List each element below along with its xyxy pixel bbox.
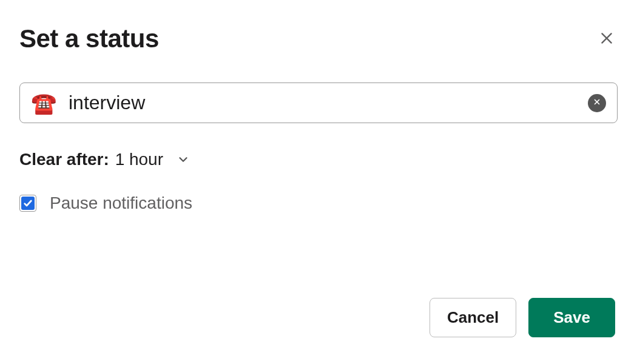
close-button[interactable] (596, 28, 618, 50)
clear-status-button[interactable] (588, 94, 606, 112)
dialog-header: Set a status (19, 24, 618, 53)
status-emoji-icon[interactable]: ☎️ (31, 93, 56, 113)
pause-notifications-label: Pause notifications (50, 194, 192, 213)
pause-notifications-checkbox[interactable] (19, 195, 36, 212)
clear-after-dropdown[interactable]: Clear after: 1 hour (19, 150, 618, 169)
save-button[interactable]: Save (528, 298, 615, 337)
pause-notifications-row: Pause notifications (19, 194, 618, 213)
clear-after-value: 1 hour (115, 150, 163, 169)
checkmark-icon (21, 197, 35, 210)
status-field[interactable]: ☎️ (19, 83, 618, 123)
dialog-footer: Cancel Save (430, 298, 615, 337)
chevron-down-icon (177, 153, 190, 166)
status-input[interactable] (69, 92, 588, 114)
close-icon (599, 30, 615, 48)
clear-after-label: Clear after: (19, 150, 109, 169)
cancel-button[interactable]: Cancel (430, 298, 516, 337)
clear-icon (593, 98, 601, 108)
dialog-title: Set a status (19, 24, 159, 53)
